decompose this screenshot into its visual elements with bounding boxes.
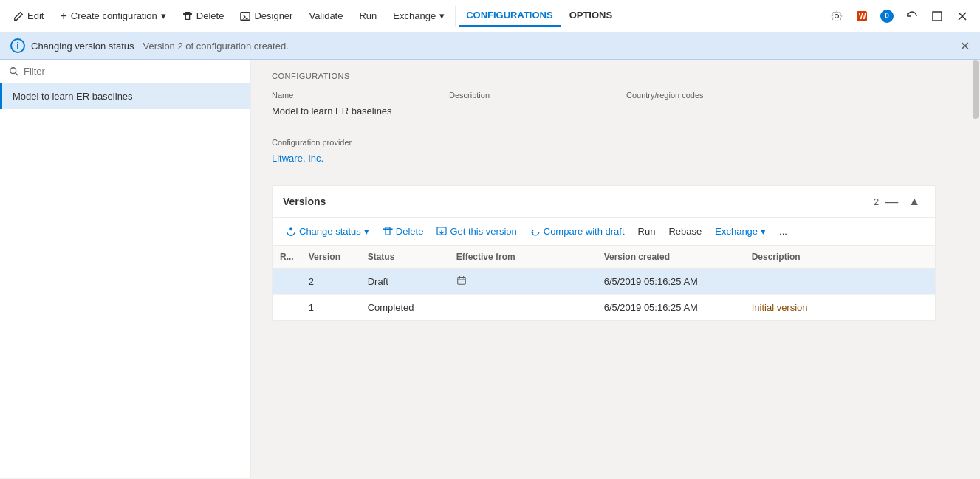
versions-dash[interactable]: — xyxy=(885,194,898,210)
exchange-button[interactable]: Exchange ▾ xyxy=(386,6,452,26)
sidebar: Model to learn ER baselines xyxy=(0,60,251,478)
separator xyxy=(455,6,456,27)
designer-button[interactable]: Designer xyxy=(233,6,300,26)
validate-button[interactable]: Validate xyxy=(301,6,350,26)
provider-field-group: Configuration provider Litware, Inc. xyxy=(272,138,419,170)
compare-with-draft-button[interactable]: Compare with draft xyxy=(524,222,631,241)
notification-count: 0 xyxy=(880,10,894,23)
country-field-group: Country/region codes xyxy=(626,91,774,123)
col-header-r: R... xyxy=(273,246,301,269)
versions-delete-button[interactable]: Delete xyxy=(377,222,430,241)
table-row[interactable]: 1 Completed 6/5/2019 05:16:25 AM Initial… xyxy=(273,295,935,320)
name-value: Model to learn ER baselines xyxy=(272,103,434,123)
desc-value xyxy=(449,103,611,123)
delete-button[interactable]: Delete xyxy=(175,6,232,26)
name-label: Name xyxy=(272,91,434,100)
versions-count: 2 xyxy=(874,196,879,207)
create-config-button[interactable]: + Create configuration ▾ xyxy=(52,6,173,27)
main-toolbar: Edit + Create configuration ▾ Delete Des… xyxy=(0,0,980,32)
nav-options[interactable]: OPTIONS xyxy=(562,5,620,27)
notification-badge-button[interactable]: 0 xyxy=(875,4,899,28)
refresh-button[interactable] xyxy=(900,4,924,28)
svg-rect-6 xyxy=(383,229,392,230)
versions-table: R... Version Status Effective from Versi… xyxy=(273,246,935,320)
delete-icon xyxy=(383,227,393,237)
cell-status-1: Draft xyxy=(360,269,449,295)
cell-r-2 xyxy=(273,295,301,320)
info-icon: i xyxy=(10,38,25,53)
versions-title: Versions xyxy=(283,196,868,207)
country-value xyxy=(626,103,774,123)
col-header-effective-from: Effective from xyxy=(449,246,597,269)
cell-effective-1 xyxy=(449,269,597,295)
office-icon-button[interactable]: W xyxy=(850,4,874,28)
get-this-version-button[interactable]: Get this version xyxy=(431,222,522,241)
cell-status-2: Completed xyxy=(360,295,449,320)
versions-panel: Versions 2 — ▲ Change status ▾ Delete xyxy=(272,185,936,321)
content-panel: CONFIGURATIONS Name Model to learn ER ba… xyxy=(254,60,971,348)
maximize-button[interactable] xyxy=(925,4,949,28)
provider-value[interactable]: Litware, Inc. xyxy=(272,150,419,170)
scrollbar-thumb[interactable] xyxy=(973,60,979,119)
cell-r-1 xyxy=(273,269,301,295)
svg-text:W: W xyxy=(859,13,866,21)
cell-effective-2 xyxy=(449,295,597,320)
cell-desc-1 xyxy=(744,269,935,295)
name-field-group: Name Model to learn ER baselines xyxy=(272,91,434,123)
versions-run-button[interactable]: Run xyxy=(632,222,662,241)
notification-detail: Version 2 of configuration created. xyxy=(143,41,288,52)
change-status-icon xyxy=(286,227,296,237)
notification-banner: i Changing version status Version 2 of c… xyxy=(0,32,980,60)
nav-icons: W 0 xyxy=(825,4,974,28)
provider-row: Configuration provider Litware, Inc. xyxy=(272,138,953,170)
desc-field-group: Description xyxy=(449,91,611,123)
table-row[interactable]: 2 Draft 6/5/2019 05:16:25 AM xyxy=(273,269,935,295)
close-button[interactable] xyxy=(950,4,974,28)
rebase-button[interactable]: Rebase xyxy=(662,222,707,241)
run-button[interactable]: Run xyxy=(352,6,384,26)
cell-created-1: 6/5/2019 05:16:25 AM xyxy=(597,269,744,295)
svg-rect-0 xyxy=(184,13,192,14)
col-header-version-created: Version created xyxy=(597,246,744,269)
versions-header: Versions 2 — ▲ xyxy=(273,186,935,218)
change-status-button[interactable]: Change status ▾ xyxy=(280,222,375,241)
nav-configurations[interactable]: CONFIGURATIONS xyxy=(459,5,560,27)
edit-button[interactable]: Edit xyxy=(6,6,51,26)
sidebar-search-container xyxy=(0,60,250,83)
cell-desc-2: Initial version xyxy=(744,295,935,320)
svg-point-5 xyxy=(10,67,16,73)
desc-label: Description xyxy=(449,91,611,100)
table-header: R... Version Status Effective from Versi… xyxy=(273,246,935,269)
sidebar-item-label: Model to learn ER baselines xyxy=(13,91,133,102)
versions-toolbar: Change status ▾ Delete Get this version … xyxy=(273,218,935,246)
provider-label: Configuration provider xyxy=(272,138,419,147)
svg-rect-4 xyxy=(933,12,942,21)
cell-version-1: 2 xyxy=(301,269,360,295)
compare-icon xyxy=(530,227,541,237)
cell-version-2: 1 xyxy=(301,295,360,320)
scrollbar[interactable] xyxy=(971,60,980,478)
get-version-icon xyxy=(436,227,447,237)
search-icon xyxy=(9,66,19,77)
filter-input[interactable] xyxy=(24,66,241,77)
col-header-status: Status xyxy=(360,246,449,269)
sidebar-item-model[interactable]: Model to learn ER baselines xyxy=(0,83,250,109)
country-label: Country/region codes xyxy=(626,91,774,100)
notification-close-button[interactable]: ✕ xyxy=(960,39,970,53)
versions-collapse-button[interactable]: ▲ xyxy=(904,193,925,210)
breadcrumb: CONFIGURATIONS xyxy=(272,72,953,80)
versions-table-body: 2 Draft 6/5/2019 05:16:25 AM 1 Completed xyxy=(273,269,935,320)
settings-icon-button[interactable] xyxy=(825,4,849,28)
col-header-version: Version xyxy=(301,246,360,269)
content-area: CONFIGURATIONS Name Model to learn ER ba… xyxy=(254,60,971,478)
col-header-description: Description xyxy=(744,246,935,269)
svg-rect-8 xyxy=(457,278,465,285)
cell-created-2: 6/5/2019 05:16:25 AM xyxy=(597,295,744,320)
versions-exchange-button[interactable]: Exchange ▾ xyxy=(709,222,772,241)
notification-text: Changing version status xyxy=(31,41,134,52)
more-options-button[interactable]: ... xyxy=(773,222,793,241)
calendar-icon xyxy=(456,275,467,286)
fields-row-1: Name Model to learn ER baselines Descrip… xyxy=(272,91,953,123)
main-layout: Model to learn ER baselines CONFIGURATIO… xyxy=(0,60,980,478)
